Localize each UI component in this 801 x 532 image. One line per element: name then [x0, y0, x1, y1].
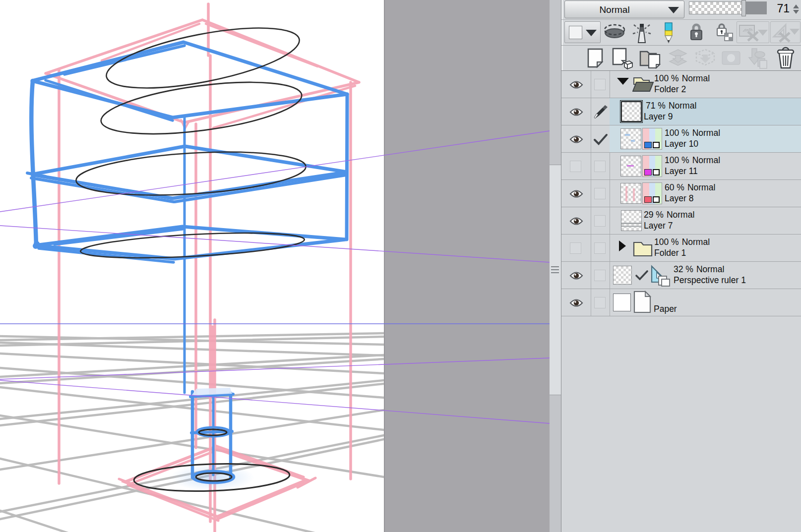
- blend-mode-value: Normal: [565, 4, 664, 15]
- canvas-scrollbar-column: [550, 0, 561, 532]
- clear-layer-mask-button[interactable]: [737, 21, 769, 43]
- ruler-color-swatch: [642, 128, 662, 150]
- collapse-arrow-icon[interactable]: [617, 78, 629, 85]
- blend-mode-dropdown[interactable]: Normal: [564, 0, 684, 18]
- draft-checkbox[interactable]: [594, 188, 606, 199]
- draw-on-ruler-pencil-icon[interactable]: [662, 22, 675, 44]
- perspective-ruler-icon: [650, 264, 672, 287]
- paper-icon: [632, 290, 652, 314]
- visibility-eye-icon[interactable]: [569, 189, 583, 199]
- selection-ellipse-icon[interactable]: [603, 23, 626, 42]
- multi-select-check-icon: [593, 133, 608, 146]
- layer-row-folder-2[interactable]: 100 %Normal Folder 2: [561, 71, 801, 98]
- layer-name[interactable]: Layer 9: [644, 112, 673, 122]
- canvas-vertical-scrollbar[interactable]: [550, 165, 561, 395]
- canvas-viewport[interactable]: [0, 0, 550, 532]
- layer-name[interactable]: Folder 2: [654, 84, 686, 95]
- layer-opacity: 29 %: [644, 210, 664, 220]
- visibility-eye-icon[interactable]: [569, 216, 583, 226]
- visibility-eye-icon[interactable]: [569, 134, 583, 144]
- ruler-check-icon: [635, 270, 649, 282]
- layer-blend-mode: Normal: [667, 210, 694, 220]
- draft-checkbox[interactable]: [594, 242, 606, 254]
- layer-blend-mode: Normal: [692, 155, 720, 165]
- draft-checkbox[interactable]: [594, 270, 606, 281]
- layer-opacity: 100 %: [654, 237, 679, 247]
- layers-panel: Normal 71: [561, 0, 801, 532]
- layer-opacity: 100 %: [654, 73, 679, 83]
- merge-to-lower-layer-button[interactable]: [694, 49, 716, 68]
- lighthouse-icon[interactable]: [631, 21, 653, 44]
- layer-name[interactable]: Paper: [654, 304, 677, 314]
- visibility-checkbox[interactable]: [570, 161, 581, 172]
- clear-layer-mask-icon: [737, 22, 769, 43]
- layer-thumbnail[interactable]: [613, 266, 632, 285]
- layer-name[interactable]: Folder 1: [654, 248, 686, 258]
- scrollbar-grip: [551, 272, 559, 273]
- layer-thumbnail[interactable]: [620, 128, 641, 149]
- opacity-slider[interactable]: [689, 1, 767, 14]
- layer-blend-mode: Normal: [692, 128, 720, 138]
- layer-opacity: 71 %: [646, 101, 666, 111]
- layer-opacity: 60 %: [665, 182, 684, 192]
- closed-folder-icon: [632, 238, 653, 257]
- visibility-eye-icon[interactable]: [569, 80, 583, 90]
- layer-row-layer-7[interactable]: 29 %Normal Layer 7: [561, 207, 801, 235]
- visibility-checkbox[interactable]: [570, 242, 581, 254]
- layer-mask-button[interactable]: [721, 50, 741, 67]
- opacity-spin-down-icon[interactable]: [793, 10, 799, 14]
- draft-checkbox[interactable]: [594, 215, 606, 227]
- layer-row-layer-10[interactable]: 100 %Normal Layer 10: [561, 125, 801, 153]
- new-vector-layer-button[interactable]: [611, 48, 633, 69]
- ruler-color-swatch: [642, 182, 662, 204]
- layer-thumbnail[interactable]: [621, 210, 642, 231]
- layer-row-paper[interactable]: Paper: [561, 289, 801, 316]
- new-layer-folder-button[interactable]: [639, 48, 663, 69]
- layer-name[interactable]: Layer 8: [665, 193, 693, 204]
- layer-blend-mode: Normal: [682, 73, 710, 83]
- visibility-eye-icon[interactable]: [569, 271, 583, 281]
- chevron-down-icon: [586, 30, 597, 36]
- draft-checkbox[interactable]: [594, 79, 606, 90]
- apply-mask-button[interactable]: [746, 48, 768, 69]
- layer-row-perspective-ruler-1[interactable]: 32 %Normal Perspective ruler 1: [561, 262, 801, 289]
- layer-color-button[interactable]: [564, 21, 601, 43]
- opacity-spin-up-icon[interactable]: [793, 4, 799, 8]
- lock-transparent-pixels-icon[interactable]: [715, 22, 735, 43]
- expand-arrow-icon[interactable]: [619, 240, 626, 251]
- opacity-value[interactable]: 71: [766, 2, 790, 15]
- layer-thumbnail[interactable]: [620, 156, 641, 177]
- new-raster-layer-button[interactable]: [585, 48, 605, 68]
- layer-name[interactable]: Layer 7: [644, 221, 673, 231]
- layer-thumbnail[interactable]: [621, 101, 642, 122]
- editing-target-pen-icon: [592, 104, 608, 120]
- chevron-down-icon: [668, 7, 679, 13]
- layer-name[interactable]: Layer 11: [665, 166, 698, 177]
- app-window: Normal 71: [0, 0, 801, 532]
- opacity-slider-handle[interactable]: [741, 0, 746, 16]
- draft-checkbox[interactable]: [594, 297, 606, 308]
- clear-ruler-button[interactable]: [770, 21, 801, 43]
- perspective-sketch: [0, 0, 550, 532]
- draft-checkbox[interactable]: [594, 161, 606, 172]
- perspective-guide-lines: [0, 131, 550, 423]
- clear-ruler-icon: [771, 22, 800, 43]
- layer-blend-mode: Normal: [696, 264, 724, 274]
- visibility-eye-icon[interactable]: [569, 298, 583, 308]
- layer-row-layer-9[interactable]: 71 %Normal Layer 9: [561, 98, 801, 125]
- paper-thumbnail[interactable]: [613, 294, 631, 311]
- layer-blend-mode: Normal: [669, 101, 696, 111]
- layer-row-layer-11[interactable]: 100 %Normal Layer 11: [561, 153, 801, 180]
- transfer-to-lower-layer-button[interactable]: [668, 49, 688, 68]
- layer-name[interactable]: Layer 10: [665, 139, 698, 149]
- ruler-color-swatch: [642, 155, 662, 177]
- layer-row-layer-8[interactable]: 60 %Normal Layer 8: [561, 180, 801, 207]
- lock-icon[interactable]: [688, 22, 704, 43]
- delete-layer-button[interactable]: [776, 47, 796, 69]
- layer-row-folder-1[interactable]: 100 %Normal Folder 1: [561, 235, 801, 262]
- scrollbar-grip: [551, 269, 559, 270]
- layer-color-swatch: [569, 26, 582, 39]
- layer-thumbnail[interactable]: [620, 183, 641, 204]
- visibility-eye-icon[interactable]: [569, 107, 583, 117]
- layer-name[interactable]: Perspective ruler 1: [674, 275, 746, 286]
